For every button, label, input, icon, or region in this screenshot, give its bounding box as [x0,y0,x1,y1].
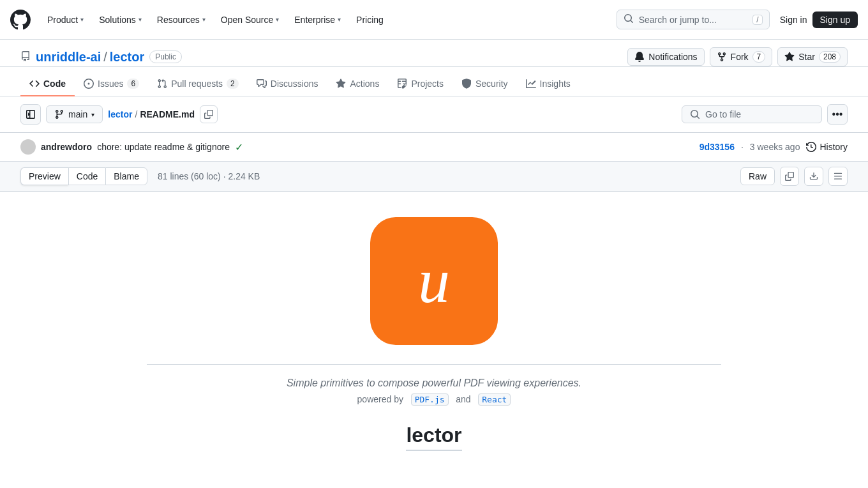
file-bar-right: Go to file ••• [682,104,848,125]
tab-issues-label: Issues [98,79,123,89]
file-toolbar-left: Preview Code Blame 81 lines (60 loc) · 2… [20,167,260,185]
repo-icon [20,51,31,63]
tab-discussions-label: Discussions [271,79,318,89]
tagline: Simple primitives to compose powerful PD… [287,377,581,389]
react-link[interactable]: React [478,393,511,406]
avatar [20,139,36,155]
fork-label: Fork [731,52,749,62]
download-button[interactable] [804,167,823,186]
github-logo[interactable] [10,10,31,30]
go-to-file-input[interactable]: Go to file [682,105,822,123]
chevron-down-icon: ▾ [202,16,206,23]
notifications-label: Notifications [648,52,697,62]
nav-enterprise[interactable]: Enterprise ▾ [288,11,347,29]
sidebar-toggle-button[interactable] [20,104,41,125]
commit-bar-right: 9d33156 · 3 weeks ago History [700,142,848,152]
issues-count: 6 [127,79,139,89]
sign-up-button[interactable]: Sign up [812,11,858,28]
branch-selector[interactable]: main ▾ [46,105,103,123]
nav-pricing[interactable]: Pricing [350,11,390,29]
visibility-badge: Public [149,50,182,63]
repo-header-right: Notifications Fork 7 Star 208 [627,47,848,66]
tab-insights-label: Insights [540,79,571,89]
nav-product[interactable]: Product ▾ [41,11,90,29]
commit-bar: andrewdoro chore: update readme & gitign… [0,133,868,162]
branch-name: main [68,109,87,119]
tab-projects-label: Projects [411,79,444,89]
tab-issues[interactable]: Issues 6 [75,72,148,96]
breadcrumb-path: lector / README.md [108,109,195,119]
repo-name[interactable]: lector [110,50,144,65]
commit-time: 3 weeks ago [750,142,800,152]
commit-separator: · [741,142,744,152]
repo-logo: u [370,217,498,345]
tab-code-label: Code [43,79,66,89]
tab-security[interactable]: Security [453,72,517,96]
logo-container: u Simple primitives to compose powerful … [20,217,848,451]
chevron-down-icon: ▾ [338,16,341,23]
path-repo-link[interactable]: lector [108,109,132,119]
nav-resources[interactable]: Resources ▾ [151,11,212,29]
chevron-down-icon: ▾ [80,16,84,23]
tab-pull-requests-label: Pull requests [171,79,223,89]
readme-h1: lector [406,423,461,451]
file-meta: 81 lines (60 loc) · 2.24 KB [158,171,260,181]
commit-message: chore: update readme & gitignore [97,142,230,152]
main-nav: Product ▾ Solutions ▾ Resources ▾ Open S… [41,11,617,29]
repo-owner[interactable]: unriddle-ai [36,50,101,65]
notifications-button[interactable]: Notifications [627,48,704,66]
chevron-down-icon: ▾ [138,16,142,23]
code-button[interactable]: Code [68,167,105,185]
go-to-file-label: Go to file [705,109,741,119]
repo-header-left: unriddle-ai / lector Public [20,50,182,65]
tab-actions-label: Actions [350,79,379,89]
commit-hash[interactable]: 9d33156 [700,142,735,152]
header: Product ▾ Solutions ▾ Resources ▾ Open S… [0,0,868,40]
and-text: and [456,394,470,404]
star-label: Star [798,52,815,62]
pdfjs-link[interactable]: PDF.js [411,393,449,406]
tab-insights[interactable]: Insights [517,72,580,96]
divider [147,364,721,365]
search-icon [624,13,634,26]
pull-requests-count: 2 [227,79,239,89]
star-button[interactable]: Star 208 [777,47,848,66]
tab-code[interactable]: Code [20,72,75,96]
fork-count: 7 [752,51,766,63]
tab-discussions[interactable]: Discussions [248,72,327,96]
list-view-button[interactable] [828,167,848,186]
chevron-down-icon: ▾ [276,16,279,23]
raw-button[interactable]: Raw [740,167,775,185]
breadcrumb-separator: / [103,50,107,65]
copy-file-button[interactable] [780,167,799,186]
file-bar: main ▾ lector / README.md Go to file ••• [0,96,868,133]
preview-button[interactable]: Preview [20,167,68,185]
svg-point-0 [26,142,31,147]
nav-solutions[interactable]: Solutions ▾ [93,11,148,29]
copy-path-button[interactable] [200,105,218,123]
commit-check-icon: ✓ [235,141,243,153]
path-file-name: README.md [140,109,195,119]
history-label: History [819,142,848,152]
more-dots-icon: ••• [832,109,843,120]
blame-button[interactable]: Blame [105,167,147,185]
file-toolbar-right: Raw [740,167,848,186]
breadcrumb: unriddle-ai / lector [36,50,144,65]
commit-author[interactable]: andrewdoro [41,142,92,152]
sign-in-link[interactable]: Sign in [780,15,807,25]
more-options-button[interactable]: ••• [827,104,848,125]
tabs: Code Issues 6 Pull requests 2 Discussion… [0,72,868,96]
fork-button[interactable]: Fork 7 [710,47,773,66]
tab-actions[interactable]: Actions [327,72,388,96]
search-kbd: / [752,15,762,25]
nav-open-source[interactable]: Open Source ▾ [214,11,286,29]
file-bar-left: main ▾ lector / README.md [20,104,218,125]
history-button[interactable]: History [806,142,848,152]
tab-security-label: Security [475,79,508,89]
readme-content: u Simple primitives to compose powerful … [0,192,868,477]
tab-pull-requests[interactable]: Pull requests 2 [148,72,248,96]
repo-header: unriddle-ai / lector Public Notification… [0,40,868,67]
star-count: 208 [819,51,841,63]
search-box[interactable]: Search or jump to... / [617,10,770,29]
tab-projects[interactable]: Projects [388,72,453,96]
